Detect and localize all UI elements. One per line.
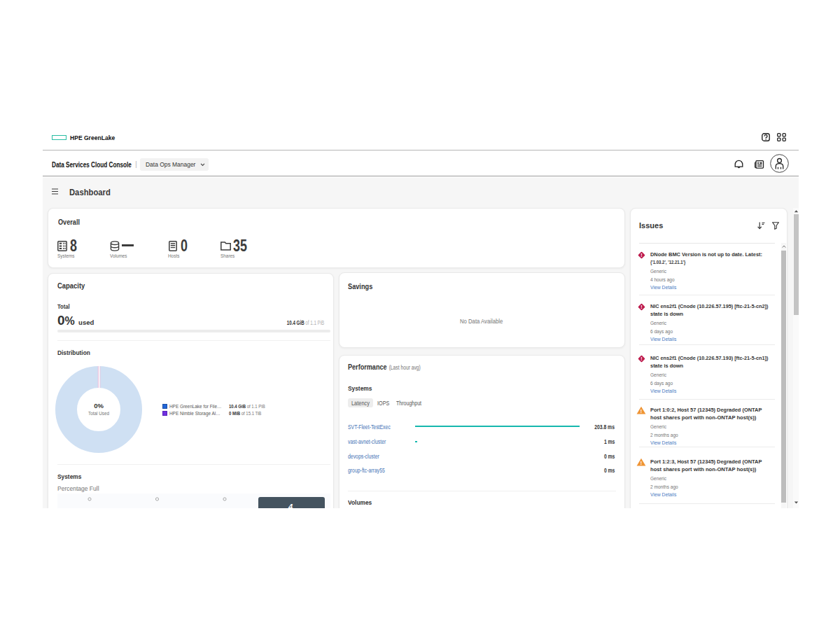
svg-text:!: !	[640, 356, 642, 361]
svg-text:!: !	[640, 409, 642, 414]
svg-text:!: !	[640, 304, 642, 309]
svg-text:!: !	[640, 253, 642, 258]
svg-text:!: !	[640, 461, 642, 465]
